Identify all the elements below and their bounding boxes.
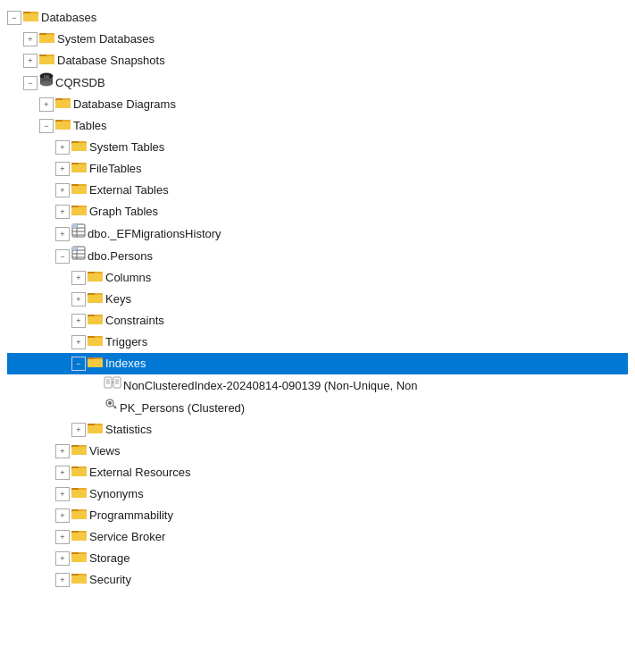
folder-icon [88,355,104,367]
svg-rect-25 [71,164,87,172]
tree-item-label: Database Diagrams [73,95,626,114]
tree-item-filetables[interactable]: + FileTables [7,158,628,180]
svg-rect-28 [71,186,87,194]
expand-button[interactable]: + [55,530,70,544]
folder-icon [71,203,88,215]
tree-item-external-resources[interactable]: + External Resources [7,462,628,483]
tree-item-database-snapshots[interactable]: + Database Snapshots [7,50,628,71]
expand-button[interactable]: + [71,292,86,307]
tree-item-label: NonClusteredIndex-20240814-090139 (Non-U… [123,376,626,396]
tree-item-cqrsdb[interactable]: − DB CQRSDB [7,71,628,94]
svg-rect-31 [71,207,87,215]
svg-rect-52 [88,316,103,324]
svg-rect-96 [71,575,87,584]
tree-item-service-broker[interactable]: + Service Broker [7,526,628,548]
expand-button[interactable]: + [55,508,70,523]
folder-icon [71,160,88,172]
tree-item-label: Triggers [105,332,626,352]
tree-item-columns[interactable]: + Columns [7,267,628,289]
folder-icon [39,30,55,43]
collapse-button[interactable]: − [23,76,38,90]
tree-item-indexes[interactable]: − Indexes [7,353,628,374]
tree-item-triggers[interactable]: + Triggers [7,332,628,353]
svg-rect-58 [88,359,103,367]
expand-button[interactable]: + [71,423,86,437]
expand-button[interactable]: + [55,140,70,155]
tree-item-graph-tables[interactable]: + Graph Tables [7,201,628,223]
tree-item-tables[interactable]: − Tables [7,115,628,137]
tree-item-constraints[interactable]: + Constraints [7,310,628,332]
expand-button[interactable]: + [71,314,86,328]
expand-button[interactable]: + [23,54,38,68]
tree-item-system-databases[interactable]: + System Databases [7,29,628,50]
expand-button[interactable]: + [55,487,70,501]
svg-rect-49 [88,295,103,303]
expand-button[interactable]: + [55,205,70,219]
collapse-button[interactable]: − [7,11,21,25]
svg-rect-46 [88,273,103,281]
svg-rect-63 [113,377,121,388]
svg-rect-90 [71,533,87,541]
tree-item-label: Databases [41,8,626,28]
folder-icon [71,571,88,584]
tree-item-programmability[interactable]: + Programmability [7,505,628,526]
tree-item-databases[interactable]: − Databases [7,7,628,29]
expand-button[interactable]: + [55,162,70,176]
tree-item-label: dbo.Persons [88,247,626,266]
folder-icon [71,485,88,498]
tree-item-pk-persons[interactable]: PK_Persons (Clustered) [7,397,628,419]
svg-rect-37 [72,224,77,228]
tree-item-statistics[interactable]: + Statistics [7,419,628,441]
tree-item-synonyms[interactable]: + Synonyms [7,483,628,505]
tree-item-storage[interactable]: + Storage [7,548,628,569]
expand-button[interactable]: + [55,227,70,241]
tree-item-security[interactable]: + Security [7,569,628,591]
tree-item-label: Tables [73,116,626,136]
svg-rect-81 [71,468,87,476]
tree-item-label: Statistics [105,420,626,440]
tree-item-label: Columns [105,268,626,288]
table-icon [71,223,86,238]
expand-button[interactable]: + [23,32,38,46]
tree-item-label: External Tables [89,181,626,200]
tree-item-database-diagrams[interactable]: + Database Diagrams [7,94,628,115]
svg-rect-19 [55,122,71,130]
svg-rect-43 [72,247,77,250]
expand-button[interactable]: + [39,97,54,112]
tree-item-label: System Databases [57,29,626,49]
tree-item-label: Graph Tables [89,202,626,222]
database-icon: DB [39,72,54,87]
svg-rect-84 [71,490,87,498]
collapse-button[interactable]: − [55,249,70,264]
tree-item-label: PK_Persons (Clustered) [120,399,626,418]
index-nc-icon [104,375,121,390]
svg-rect-87 [71,511,87,519]
tree-item-dbo-persons[interactable]: − dbo.Persons [7,245,628,267]
tree-item-system-tables[interactable]: + System Tables [7,137,628,158]
svg-text:DB: DB [44,74,49,80]
expand-button[interactable]: + [55,551,70,566]
collapse-button[interactable]: − [71,357,86,371]
tree-item-efmigrations[interactable]: + dbo._EFMigrationsHistory [7,223,628,245]
expand-button[interactable]: + [55,444,70,458]
folder-icon [39,52,55,64]
tree-item-views[interactable]: + Views [7,441,628,462]
tree-item-label: Storage [89,549,626,568]
expand-button[interactable]: + [55,183,70,197]
object-explorer-tree: − Databases+ System Databases+ Database … [7,7,628,591]
svg-rect-93 [71,554,87,562]
collapse-button[interactable]: − [39,119,54,133]
folder-icon [55,96,71,108]
expand-button[interactable]: + [55,466,70,480]
expand-button[interactable]: + [71,271,86,285]
expand-button[interactable]: + [71,335,86,349]
expand-button[interactable]: + [55,573,70,587]
folder-icon [88,290,104,303]
tree-item-external-tables[interactable]: + External Tables [7,180,628,201]
tree-item-keys[interactable]: + Keys [7,289,628,310]
tree-item-label: dbo._EFMigrationsHistory [88,224,626,244]
tree-item-label: Programmability [89,506,626,525]
svg-point-69 [108,401,112,405]
tree-item-nonclustered-index[interactable]: NonClusteredIndex-20240814-090139 (Non-U… [7,374,628,397]
tree-item-label: System Tables [89,138,626,157]
